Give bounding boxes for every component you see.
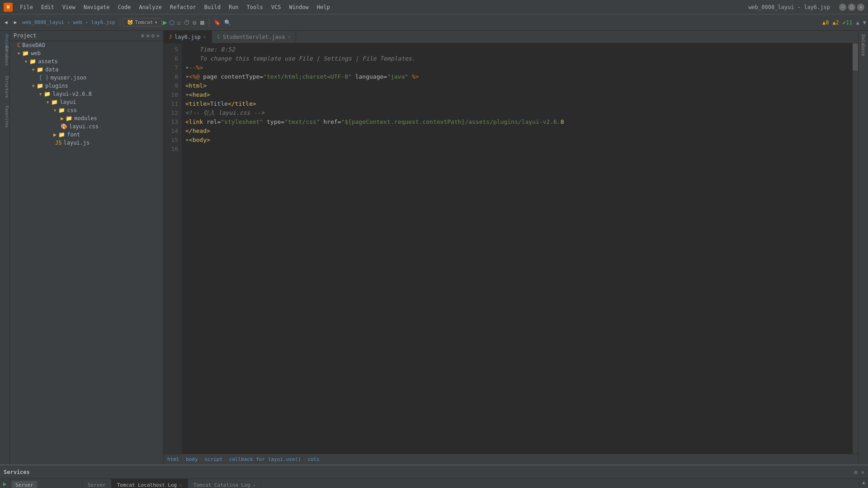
debug-button[interactable]: ⬡	[169, 19, 175, 26]
right-sidebar: Database	[858, 31, 868, 465]
structure-view-button[interactable]: Structure	[1, 76, 9, 84]
bottom-panel-controls: ⚙ ✕	[854, 469, 864, 475]
menu-edit[interactable]: Edit	[38, 2, 58, 12]
close-ctrl-icon[interactable]: ✕	[861, 469, 864, 475]
tab-lay6-jsp[interactable]: J lay6.jsp ✕	[164, 31, 212, 43]
tree-item-basedao[interactable]: C BaseDAO	[10, 41, 163, 49]
breadcrumb-html[interactable]: html	[167, 456, 179, 462]
maximize-button[interactable]: □	[848, 4, 855, 11]
menu-code[interactable]: Code	[114, 2, 135, 12]
forward-button[interactable]: ▶	[11, 18, 20, 27]
warning-count[interactable]: ▲8	[822, 19, 829, 26]
menu-build[interactable]: Build	[201, 2, 224, 12]
database-sidebar-btn[interactable]: Database	[860, 33, 867, 58]
search-button[interactable]: 🔍	[224, 19, 231, 26]
log-area: Server Tomcat Localhost Log ✕ Tomcat Cat…	[82, 479, 859, 488]
code-line-10: ▾<head>	[185, 90, 854, 99]
bottom-panel-header: Services ⚙ ✕	[0, 465, 868, 479]
menu-view[interactable]: View	[59, 2, 79, 12]
breadcrumb: html › body › script › callback for layu…	[164, 454, 858, 465]
project-panel: Project ⊕ ≡ ⚙ ✕ C BaseDAO ▾ 📁 web ▾ 📁	[10, 31, 164, 465]
menu-refactor[interactable]: Refactor	[166, 2, 200, 12]
menu-vcs[interactable]: VCS	[268, 2, 285, 12]
tomcat-selector[interactable]: 🐱 Tomcat ▾	[123, 18, 162, 27]
back-button[interactable]: ◀	[2, 18, 10, 27]
code-editor[interactable]: Time: 8:52 To change this template use F…	[182, 43, 858, 454]
window-controls: ─ □ ✕	[839, 4, 864, 11]
class-icon: C	[17, 42, 20, 48]
tree-item-web[interactable]: ▾ 📁 web	[10, 49, 163, 57]
menu-run[interactable]: Run	[225, 2, 242, 12]
breadcrumb-cols[interactable]: cols	[307, 456, 320, 462]
editor-content[interactable]: 5 6 7 8 9 10 11 12 13 14 15 16 Time: 8:5…	[164, 43, 858, 454]
right-toolbar: ▲8 ▲2 ✔11 ▲ ▼	[822, 19, 866, 26]
log-tab-server[interactable]: Server	[82, 479, 112, 488]
collapse-button[interactable]: ▼	[863, 19, 866, 26]
settings-button[interactable]: ⚙	[193, 19, 196, 26]
menu-tools[interactable]: Tools	[243, 2, 267, 12]
warning-count2[interactable]: ▲2	[832, 19, 839, 26]
tree-item-css[interactable]: ▾ 📁 css	[10, 106, 163, 114]
log-tab-localhost-close[interactable]: ✕	[179, 483, 182, 488]
tree-item-layui-js[interactable]: JS layui.js	[10, 139, 163, 147]
fold-icon4[interactable]: ▾	[185, 136, 189, 145]
tab-bar: J lay6.jsp ✕ C StudentServlet.java ✕	[164, 31, 858, 43]
ok-count[interactable]: ✔11	[843, 19, 853, 26]
menu-navigate[interactable]: Navigate	[80, 2, 113, 12]
fold-icon2[interactable]: ▾	[185, 72, 189, 81]
settings-ctrl-icon[interactable]: ⚙	[854, 469, 858, 475]
favorites-view-button[interactable]: Favorites	[1, 106, 9, 114]
panel-settings-icon[interactable]: ⚙	[151, 33, 155, 39]
breadcrumb-script[interactable]: script	[204, 456, 222, 462]
tree-item-myuser[interactable]: { } myuser.json	[10, 74, 163, 82]
fold-icon[interactable]: ▾	[185, 63, 189, 72]
tree-item-assets[interactable]: ▾ 📁 assets	[10, 57, 163, 66]
fold-icon3[interactable]: ▾	[185, 90, 189, 99]
breadcrumb-callback[interactable]: callback for layui.use()	[229, 456, 301, 462]
minimize-button[interactable]: ─	[839, 4, 846, 11]
menu-analyze[interactable]: Analyze	[135, 2, 165, 12]
editor-scrollbar-thumb[interactable]	[853, 43, 858, 70]
log-tab-localhost[interactable]: Tomcat Localhost Log ✕	[112, 479, 188, 488]
tree-item-font[interactable]: ▶ 📁 font	[10, 131, 163, 139]
modules-icon: 📁	[66, 115, 72, 122]
coverage-button[interactable]: ☑	[177, 19, 181, 26]
log-tab-localhost-label: Tomcat Localhost Log	[117, 482, 177, 488]
tree-item-layui[interactable]: ▾ 📁 layui	[10, 98, 163, 106]
project-view-button[interactable]: Project	[1, 34, 9, 42]
collapse-all-icon[interactable]: ≡	[146, 33, 149, 39]
menu-window[interactable]: Window	[285, 2, 312, 12]
bookmark-button[interactable]: 🔖	[214, 19, 221, 26]
project-tree: C BaseDAO ▾ 📁 web ▾ 📁 assets ▾ 📁 data { …	[10, 41, 163, 465]
close-button[interactable]: ✕	[857, 4, 864, 11]
tree-item-plugins[interactable]: ▾ 📁 plugins	[10, 82, 163, 90]
server-tab-server[interactable]: Server	[12, 481, 37, 488]
menu-help[interactable]: Help	[313, 2, 334, 12]
code-line-13: <link rel="stylesheet" type="text/css" h…	[185, 117, 854, 127]
breadcrumb-body[interactable]: body	[186, 456, 198, 462]
profile-button[interactable]: ⏱	[184, 19, 190, 26]
log-tab-catalina-close[interactable]: ✕	[253, 483, 255, 488]
sync-icon[interactable]: ⊕	[141, 33, 144, 39]
main-layout: Project Database Structure Favorites Pro…	[0, 31, 868, 465]
tree-item-modules[interactable]: ▶ 📁 modules	[10, 114, 163, 122]
run-button[interactable]: ▶	[163, 18, 167, 27]
tab-close-lay6[interactable]: ✕	[203, 34, 206, 39]
log-tab-catalina[interactable]: Tomcat Catalina Log ✕	[188, 479, 261, 488]
tab-close-studentservlet[interactable]: ✕	[288, 34, 290, 39]
database-view-button[interactable]: Database	[1, 46, 9, 54]
json-file-icon: { }	[39, 75, 49, 81]
scroll-up-button[interactable]: ▲	[862, 480, 865, 485]
tree-item-data[interactable]: ▾ 📁 data	[10, 66, 163, 74]
editor-scrollbar[interactable]	[853, 43, 858, 454]
menu-file[interactable]: File	[16, 2, 37, 12]
log-scrollbar: ▲ ▼ ≡ 🖨 🗑	[859, 479, 868, 488]
tree-item-layui-css[interactable]: 🎨 layui.css	[10, 122, 163, 131]
panel-close-icon[interactable]: ✕	[156, 33, 160, 39]
expand-button[interactable]: ▲	[856, 19, 859, 26]
stop-button[interactable]: ⏹	[199, 19, 205, 26]
tree-item-layui-v268[interactable]: ▾ 📁 layui-v2.6.8	[10, 90, 163, 98]
run-server-button[interactable]: ▶	[3, 481, 6, 487]
tab-studentservlet[interactable]: C StudentServlet.java ✕	[212, 31, 296, 43]
data-folder-icon: 📁	[37, 66, 43, 73]
